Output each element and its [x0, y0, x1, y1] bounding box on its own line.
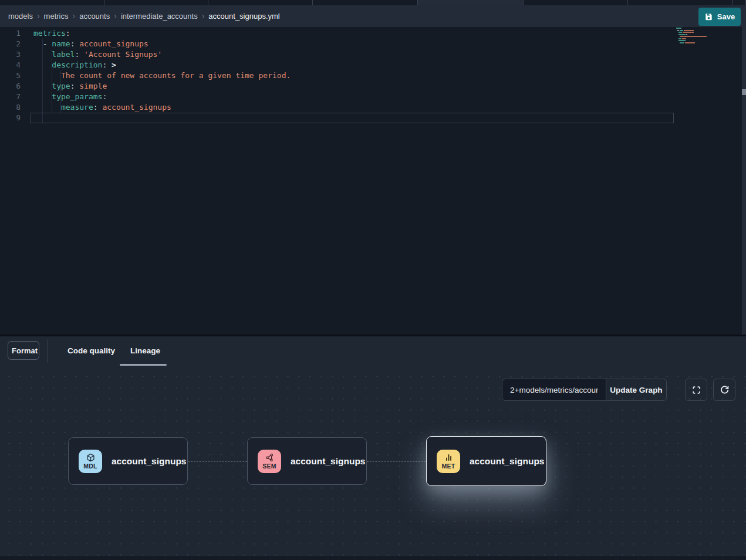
- semantic-network-icon: [265, 453, 274, 462]
- lineage-selector-input[interactable]: [502, 379, 606, 401]
- node-type-label: MDL: [83, 463, 97, 470]
- code-editor[interactable]: 1metrics:2 - name: account_signups3 labe…: [0, 27, 746, 335]
- line-number: 4: [0, 60, 25, 70]
- lineage-node-semantic-model[interactable]: SEM account_signups: [247, 437, 367, 485]
- node-name: account_signups: [112, 456, 186, 467]
- refresh-button[interactable]: [713, 379, 735, 401]
- code-line[interactable]: 6 type: simple: [0, 81, 746, 92]
- minimap[interactable]: [676, 28, 714, 48]
- format-button[interactable]: Format: [8, 341, 39, 360]
- file-tab-segment[interactable]: [208, 0, 313, 5]
- fullscreen-icon: [691, 385, 701, 395]
- tab-lineage[interactable]: Lineage: [130, 336, 160, 366]
- lineage-node-model[interactable]: MDL account_signups: [68, 437, 188, 485]
- file-tab-segment[interactable]: [313, 0, 418, 5]
- code-line[interactable]: 2 - name: account_signups: [0, 39, 746, 49]
- line-number: 1: [0, 28, 25, 39]
- file-tab-strip[interactable]: [0, 0, 746, 5]
- save-button[interactable]: Save: [698, 8, 741, 26]
- file-tab-segment[interactable]: [628, 0, 733, 5]
- refresh-icon: [720, 385, 730, 395]
- metric-chart-icon: [444, 453, 453, 462]
- line-number: 5: [0, 70, 25, 81]
- file-tab-segment[interactable]: [104, 0, 208, 5]
- breadcrumb-bar: models › metrics › accounts › intermedia…: [0, 5, 746, 27]
- model-badge: MDL: [79, 450, 102, 473]
- bottom-panel-tabbar: Format Code quality Lineage: [0, 335, 746, 366]
- line-number: 7: [0, 92, 25, 102]
- lineage-edge: [367, 461, 426, 461]
- node-type-label: SEM: [262, 463, 276, 470]
- code-line[interactable]: 1metrics:: [0, 28, 746, 39]
- file-tab-segment[interactable]: [418, 0, 524, 5]
- code-line[interactable]: 8 measure: account_signups: [0, 102, 746, 113]
- code-line[interactable]: 5 The count of new accounts for a given …: [0, 70, 746, 81]
- line-number: 8: [0, 102, 25, 113]
- metric-badge: MET: [437, 450, 460, 473]
- node-name: account_signups: [470, 456, 544, 467]
- chevron-right-icon: ›: [114, 12, 117, 20]
- file-tab-segment[interactable]: [733, 0, 746, 5]
- line-number: 9: [0, 113, 25, 123]
- lineage-canvas[interactable]: Update Graph MDL account_signups: [0, 366, 746, 556]
- node-type-label: MET: [441, 463, 455, 470]
- scrollbar-marker[interactable]: [742, 89, 746, 95]
- chevron-right-icon: ›: [37, 12, 40, 20]
- lineage-selector-group: Update Graph: [502, 379, 667, 401]
- breadcrumb-item-accounts[interactable]: accounts: [79, 12, 110, 21]
- model-cube-icon: [86, 453, 95, 462]
- line-number: 3: [0, 49, 25, 60]
- fullscreen-button[interactable]: [685, 379, 707, 401]
- lineage-edge: [188, 461, 247, 461]
- file-tab-segment[interactable]: [524, 0, 628, 5]
- breadcrumb-item-models[interactable]: models: [8, 12, 33, 21]
- breadcrumb-item-metrics[interactable]: metrics: [44, 12, 69, 21]
- editor-scrollbar[interactable]: [742, 27, 746, 335]
- breadcrumb-item-file[interactable]: account_signups.yml: [208, 12, 279, 21]
- current-line-highlight: [31, 113, 674, 123]
- line-number: 2: [0, 39, 25, 49]
- tab-code-quality[interactable]: Code quality: [67, 336, 115, 366]
- save-button-label: Save: [717, 12, 735, 21]
- lineage-node-metric[interactable]: MET account_signups: [426, 436, 546, 486]
- save-floppy-icon: [704, 12, 713, 21]
- panel-divider: [48, 339, 48, 363]
- code-lines[interactable]: 1metrics:2 - name: account_signups3 labe…: [0, 28, 746, 123]
- chevron-right-icon: ›: [72, 12, 75, 20]
- chevron-right-icon: ›: [202, 12, 205, 20]
- code-line[interactable]: 3 label: 'Account Signups': [0, 49, 746, 60]
- update-graph-button[interactable]: Update Graph: [606, 379, 667, 401]
- code-line[interactable]: 7 type_params:: [0, 92, 746, 102]
- node-name: account_signups: [291, 456, 365, 467]
- semantic-badge: SEM: [258, 450, 281, 473]
- file-tab-segment[interactable]: [0, 0, 104, 5]
- line-number: 6: [0, 81, 25, 92]
- bottom-strip: [0, 556, 746, 560]
- breadcrumb-item-intermediate-accounts[interactable]: intermediate_accounts: [121, 12, 198, 21]
- code-line[interactable]: 4 description: >: [0, 60, 746, 70]
